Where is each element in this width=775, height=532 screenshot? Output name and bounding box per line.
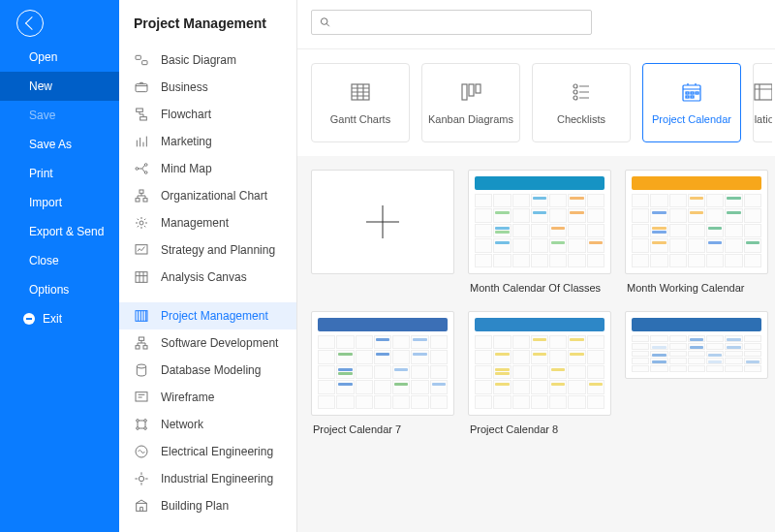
template-card[interactable] bbox=[625, 311, 768, 439]
template-label bbox=[625, 379, 768, 391]
type-icon bbox=[134, 215, 149, 231]
search-box[interactable] bbox=[311, 10, 592, 35]
svg-point-18 bbox=[137, 364, 145, 368]
type-electrical-engineering[interactable]: Electrical Engineering bbox=[119, 438, 296, 465]
menu-open[interactable]: Open bbox=[0, 43, 119, 72]
svg-point-11 bbox=[140, 221, 143, 225]
type-business[interactable]: Business bbox=[119, 74, 296, 101]
menu-print[interactable]: Print bbox=[0, 159, 119, 188]
back-arrow-icon bbox=[24, 16, 38, 30]
type-icon bbox=[134, 242, 149, 258]
type-software-development[interactable]: Software Development bbox=[119, 329, 296, 357]
template-card[interactable]: Project Calendar 8 bbox=[468, 311, 611, 439]
type-marketing[interactable]: Marketing bbox=[119, 128, 296, 155]
menu-new[interactable]: New bbox=[0, 72, 119, 101]
tab-relations[interactable]: Relations bbox=[753, 63, 772, 142]
type-mind-map[interactable]: Mind Map bbox=[119, 155, 296, 182]
tab-project-calendar[interactable]: Project Calendar bbox=[642, 63, 741, 142]
svg-rect-10 bbox=[143, 199, 147, 202]
svg-rect-9 bbox=[136, 199, 140, 202]
type-label: Marketing bbox=[161, 135, 212, 148]
svg-rect-32 bbox=[476, 84, 480, 93]
template-label: Project Calendar 8 bbox=[468, 416, 611, 439]
type-project-management[interactable]: Project Management bbox=[119, 302, 296, 329]
type-label: Management bbox=[161, 216, 229, 230]
type-network[interactable]: Network bbox=[119, 411, 296, 438]
svg-rect-37 bbox=[686, 92, 689, 94]
svg-point-21 bbox=[144, 420, 147, 422]
template-blank[interactable] bbox=[311, 170, 454, 297]
type-wireframe[interactable]: Wireframe bbox=[119, 384, 296, 411]
type-label: Flowchart bbox=[161, 108, 211, 121]
template-card[interactable]: Month Working Calendar bbox=[625, 170, 768, 297]
type-label: Analysis Canvas bbox=[161, 270, 247, 284]
tab-checklists[interactable]: Checklists bbox=[532, 63, 631, 142]
type-organizational-chart[interactable]: Organizational Chart bbox=[119, 182, 296, 209]
svg-point-6 bbox=[144, 164, 147, 167]
menu-save-as[interactable]: Save As bbox=[0, 130, 119, 159]
tab-kanban-diagrams[interactable]: Kanban Diagrams bbox=[421, 63, 520, 142]
diagram-type-sidebar: Project Management Basic DiagramBusiness… bbox=[119, 0, 297, 532]
type-building-plan[interactable]: Building Plan bbox=[119, 492, 296, 519]
tab-gantt-charts[interactable]: Gantt Charts bbox=[311, 63, 410, 142]
exit-icon bbox=[23, 313, 35, 325]
type-label: Industrial Engineering bbox=[161, 472, 273, 485]
tab-label: Project Calendar bbox=[652, 113, 731, 125]
svg-point-23 bbox=[144, 427, 147, 430]
svg-rect-1 bbox=[142, 61, 147, 65]
type-icon bbox=[134, 308, 149, 324]
type-industrial-engineering[interactable]: Industrial Engineering bbox=[119, 465, 296, 492]
type-label: Basic Diagram bbox=[161, 53, 236, 67]
svg-rect-31 bbox=[469, 84, 474, 96]
svg-rect-0 bbox=[136, 55, 140, 59]
svg-point-20 bbox=[137, 420, 140, 422]
type-management[interactable]: Management bbox=[119, 209, 296, 236]
menu-exit[interactable]: Exit bbox=[0, 304, 119, 333]
back-button[interactable] bbox=[16, 10, 44, 37]
type-label: Strategy and Planning bbox=[161, 243, 275, 257]
type-basic-diagram[interactable]: Basic Diagram bbox=[119, 47, 296, 74]
svg-rect-40 bbox=[686, 96, 689, 98]
type-icon bbox=[134, 79, 149, 95]
type-strategy-and-planning[interactable]: Strategy and Planning bbox=[119, 236, 296, 264]
type-icon bbox=[134, 335, 149, 351]
type-analysis-canvas[interactable]: Analysis Canvas bbox=[119, 264, 296, 291]
svg-rect-13 bbox=[136, 272, 147, 283]
svg-rect-2 bbox=[136, 84, 147, 92]
svg-point-35 bbox=[574, 96, 577, 100]
template-card[interactable]: Month Calendar Of Classes bbox=[468, 170, 611, 297]
type-label: Building Plan bbox=[161, 499, 229, 513]
template-thumb bbox=[625, 170, 768, 274]
menu-save[interactable]: Save bbox=[0, 101, 119, 130]
type-icon bbox=[134, 52, 149, 68]
type-icon bbox=[134, 471, 149, 486]
search-input[interactable] bbox=[336, 16, 583, 29]
template-thumb bbox=[468, 170, 611, 274]
menu-close[interactable]: Close bbox=[0, 246, 119, 275]
type-database-modeling[interactable]: Database Modeling bbox=[119, 357, 296, 384]
template-label: Month Working Calendar bbox=[625, 274, 768, 297]
svg-rect-19 bbox=[136, 392, 147, 401]
menu-options[interactable]: Options bbox=[0, 275, 119, 304]
menu-import[interactable]: Import bbox=[0, 188, 119, 217]
type-icon bbox=[134, 134, 149, 149]
type-flowchart[interactable]: Flowchart bbox=[119, 101, 296, 128]
type-label: Business bbox=[161, 80, 208, 94]
menu-export-send[interactable]: Export & Send bbox=[0, 217, 119, 246]
svg-rect-39 bbox=[696, 92, 698, 94]
page-title: Project Management bbox=[119, 0, 296, 47]
svg-rect-42 bbox=[755, 84, 772, 100]
type-label: Network bbox=[161, 418, 203, 431]
template-card[interactable]: Project Calendar 7 bbox=[311, 311, 454, 439]
type-icon bbox=[134, 107, 149, 122]
type-icon bbox=[134, 269, 149, 285]
svg-point-33 bbox=[574, 84, 577, 88]
svg-point-5 bbox=[136, 168, 139, 171]
subcategory-tabs: Gantt ChartsKanban DiagramsChecklistsPro… bbox=[297, 49, 775, 156]
type-label: Software Development bbox=[161, 336, 278, 350]
svg-point-34 bbox=[574, 90, 577, 94]
type-icon bbox=[134, 417, 149, 432]
type-icon bbox=[134, 444, 149, 459]
tab-label: Relations bbox=[753, 113, 772, 125]
svg-rect-12 bbox=[136, 245, 147, 254]
